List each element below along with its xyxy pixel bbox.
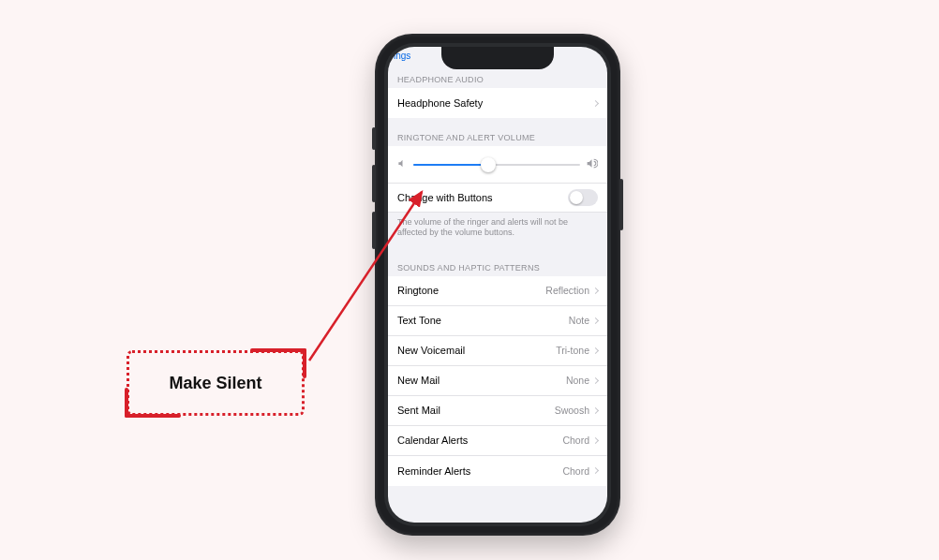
row-label: Calendar Alerts	[397, 435, 562, 446]
phone-notch	[441, 47, 554, 69]
phone-inner: ings HEADPHONE AUDIO Headphone Safety RI…	[384, 43, 611, 526]
settings-content: ings HEADPHONE AUDIO Headphone Safety RI…	[388, 47, 607, 523]
row-value: Swoosh	[555, 405, 589, 416]
phone-frame: ings HEADPHONE AUDIO Headphone Safety RI…	[375, 34, 620, 536]
toggle-switch[interactable]	[568, 189, 598, 206]
row-calendar-alerts[interactable]: Calendar Alerts Chord	[388, 426, 607, 456]
volume-down-button[interactable]	[372, 212, 376, 249]
sounds-haptics-list: Ringtone Reflection Text Tone Note New V…	[388, 276, 607, 486]
row-value: Chord	[562, 465, 589, 477]
row-text-tone[interactable]: Text Tone Note	[388, 306, 607, 336]
speaker-low-icon	[397, 158, 408, 170]
row-ringtone[interactable]: Ringtone Reflection	[388, 276, 607, 306]
callout-box: Make Silent	[127, 350, 305, 416]
chevron-right-icon	[592, 376, 599, 383]
volume-slider-row	[388, 146, 607, 183]
mute-switch[interactable]	[372, 127, 376, 150]
row-headphone-safety[interactable]: Headphone Safety	[388, 88, 607, 118]
row-reminder-alerts[interactable]: Reminder Alerts Chord	[388, 456, 607, 486]
section-header-sounds-haptics: SOUNDS AND HAPTIC PATTERNS	[388, 248, 607, 276]
callout-corner	[125, 414, 181, 418]
row-label: Headphone Safety	[397, 97, 593, 109]
volume-footnote: The volume of the ringer and alerts will…	[388, 213, 607, 248]
row-label: Reminder Alerts	[397, 465, 562, 477]
row-new-voicemail[interactable]: New Voicemail Tri-tone	[388, 336, 607, 366]
row-label: Text Tone	[397, 315, 569, 326]
chevron-right-icon	[592, 317, 599, 323]
row-value: Reflection	[545, 285, 589, 296]
chevron-right-icon	[592, 287, 599, 293]
row-label: Sent Mail	[397, 405, 555, 416]
callout-corner	[303, 348, 306, 378]
volume-up-button[interactable]	[372, 165, 376, 202]
callout-corner	[125, 388, 128, 418]
chevron-right-icon	[592, 467, 599, 474]
row-value: Tri-tone	[556, 345, 589, 356]
chevron-right-icon	[592, 99, 599, 106]
callout-corner	[250, 348, 306, 352]
callout: Make Silent	[127, 350, 305, 416]
row-label: New Voicemail	[397, 345, 556, 356]
row-label: Change with Buttons	[397, 192, 568, 203]
row-change-with-buttons[interactable]: Change with Buttons	[388, 183, 607, 213]
phone-screen: ings HEADPHONE AUDIO Headphone Safety RI…	[388, 47, 607, 523]
row-sent-mail[interactable]: Sent Mail Swoosh	[388, 396, 607, 426]
back-nav-hint[interactable]: ings	[394, 51, 410, 61]
row-value: None	[566, 375, 589, 386]
row-label: Ringtone	[397, 285, 545, 296]
chevron-right-icon	[592, 406, 599, 413]
row-label: New Mail	[397, 375, 566, 386]
speaker-high-icon	[586, 157, 598, 171]
row-value: Chord	[562, 435, 589, 446]
row-value: Note	[569, 315, 589, 326]
switch-knob	[570, 191, 583, 204]
chevron-right-icon	[592, 346, 599, 353]
row-new-mail[interactable]: New Mail None	[388, 366, 607, 396]
slider-knob[interactable]	[481, 157, 496, 172]
chevron-right-icon	[592, 436, 599, 443]
slider-fill	[413, 164, 488, 166]
volume-slider[interactable]	[413, 164, 580, 166]
callout-label: Make Silent	[169, 374, 261, 393]
power-button[interactable]	[619, 179, 623, 230]
headphone-list: Headphone Safety	[388, 88, 607, 118]
section-header-ringtone-volume: RINGTONE AND ALERT VOLUME	[388, 118, 607, 146]
